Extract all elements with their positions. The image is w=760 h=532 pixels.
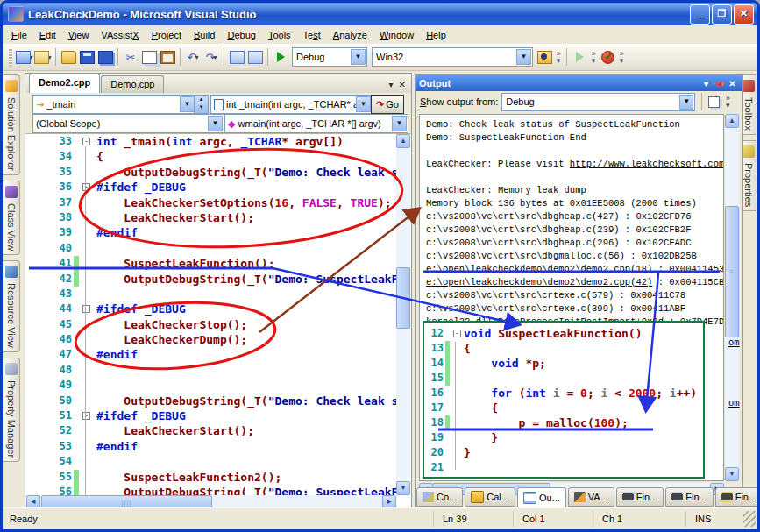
vassistx-icon[interactable] xyxy=(599,48,616,66)
toolbar-overflow-icon[interactable]: »▾ xyxy=(723,95,732,109)
navigate-forward-icon[interactable] xyxy=(246,48,264,66)
fold-margin[interactable]: - xyxy=(79,180,96,195)
chevron-down-icon[interactable]: ▼ xyxy=(180,96,195,112)
menu-debug[interactable]: Debug xyxy=(221,27,261,43)
close-button[interactable]: ✕ xyxy=(734,4,754,25)
editor-menu-icon[interactable]: ▾ xyxy=(389,80,394,89)
code-line[interactable]: 19 } xyxy=(424,430,703,445)
clear-output-icon[interactable] xyxy=(708,96,720,108)
menu-view[interactable]: View xyxy=(62,27,96,43)
tool-tab-fin[interactable]: Fin... xyxy=(665,487,713,507)
scroll-down-icon[interactable]: ▼ xyxy=(396,481,410,495)
save-all-icon[interactable] xyxy=(96,48,114,66)
code-line[interactable]: 56 OutputDebugString(_T("Demo: SuspectLe… xyxy=(26,485,396,495)
redo-icon[interactable]: ↷▾ xyxy=(202,48,220,66)
go-button[interactable]: ↷Go xyxy=(371,95,404,114)
title-bar[interactable]: LeakCheckDemo - Microsoft Visual Studio … xyxy=(3,3,757,25)
solution-platforms-combo[interactable]: Win32▼ xyxy=(372,47,533,67)
scope-combo[interactable]: (Global Scope) ▼ xyxy=(32,114,224,133)
scroll-up-icon[interactable]: ▲ xyxy=(725,114,739,128)
chevron-down-icon[interactable]: ▼ xyxy=(516,49,531,65)
code-line[interactable]: 43 xyxy=(26,287,396,301)
toolbar-overflow-icon[interactable]: »▾ xyxy=(589,50,598,64)
code-line[interactable]: 20} xyxy=(424,445,703,460)
output-link[interactable]: http://www.leakchecksoft.com xyxy=(570,159,724,169)
output-link[interactable]: e:\open\leakcheckdemo\demo2\demo2.cpp(42… xyxy=(426,277,652,287)
cut-icon[interactable]: ✂ xyxy=(122,48,139,66)
resize-grip[interactable] xyxy=(743,511,756,527)
code-line[interactable]: 39#endif xyxy=(26,225,396,240)
close-icon[interactable]: ✕ xyxy=(726,79,739,89)
fold-margin[interactable]: - xyxy=(79,134,96,149)
side-tab-property-manager[interactable]: Property Manager xyxy=(3,358,20,462)
code-line[interactable]: 46 LeakCheckerDump(); xyxy=(26,332,396,347)
find-in-files-icon[interactable] xyxy=(536,48,553,66)
output-source-combo[interactable]: Debug ▼ xyxy=(501,93,695,111)
chevron-down-icon[interactable]: ▼ xyxy=(679,95,693,110)
output-line[interactable]: e:\open\leakcheckdemo\demo2\demo2.cpp(18… xyxy=(426,263,723,276)
menu-file[interactable]: File xyxy=(5,27,33,43)
va-member-combo[interactable]: ◆ wmain(int argc, _TCHAR *[] argv) ▼ xyxy=(224,114,408,133)
code-line[interactable]: 45 LeakCheckerStop(); xyxy=(26,317,396,332)
tool-tab-fin[interactable]: Fin... xyxy=(715,487,760,507)
fold-margin[interactable]: - xyxy=(450,326,464,341)
undo-icon[interactable]: ↶▾ xyxy=(184,48,202,66)
new-project-icon[interactable]: ▾ xyxy=(16,48,33,66)
output-vscrollbar[interactable]: ▲ ▼ ≡ xyxy=(725,114,739,481)
output-title-bar[interactable]: Output ▾ 📌 ✕ xyxy=(416,75,742,91)
editor-vscroll-thumb[interactable] xyxy=(396,267,410,329)
auto-hide-pin-icon[interactable]: 📌 xyxy=(711,75,727,91)
side-tab-resource-view[interactable]: Resource View xyxy=(3,260,20,352)
code-line[interactable]: 17 { xyxy=(424,401,703,415)
code-line[interactable]: 34{ xyxy=(26,149,396,164)
start-debugging-icon[interactable] xyxy=(272,48,289,66)
toolbar-overflow-icon[interactable]: »▾ xyxy=(554,50,563,64)
output-line[interactable]: e:\open\leakcheckdemo\demo2\demo2.cpp(42… xyxy=(426,276,723,289)
editor-close-icon[interactable]: ✕ xyxy=(399,80,406,89)
code-line[interactable]: 37 LeakCheckerSetOptions(16, FALSE, TRUE… xyxy=(26,195,396,210)
code-line[interactable]: 13{ xyxy=(424,341,703,356)
code-line[interactable]: 50 OutputDebugString(_T("Demo: Check lea… xyxy=(26,394,396,408)
code-line[interactable]: 42 OutputDebugString(_T("Demo: SuspectLe… xyxy=(26,272,396,287)
output-vscroll-thumb[interactable]: ≡ xyxy=(725,206,739,337)
menu-analyze[interactable]: Analyze xyxy=(327,27,373,43)
navigate-backward-icon[interactable] xyxy=(228,48,245,66)
code-line[interactable]: 41 SuspectLeakFunction(); xyxy=(26,256,396,271)
menu-test[interactable]: Test xyxy=(297,27,327,43)
code-line[interactable]: 33-int _tmain(int argc, _TCHAR* argv[]) xyxy=(26,134,396,149)
code-line[interactable]: 14 void *p; xyxy=(424,356,703,371)
output-link[interactable]: e:\open\leakcheckdemo\demo2\demo2.cpp(18… xyxy=(426,264,652,274)
menu-vassistx[interactable]: VAssistX xyxy=(95,27,145,43)
chevron-down-icon[interactable]: ▼ xyxy=(356,96,371,112)
tool-tab-co[interactable]: Co... xyxy=(416,487,463,507)
code-line[interactable]: 15 xyxy=(424,371,703,386)
menu-help[interactable]: Help xyxy=(420,27,452,43)
code-line[interactable]: 12-void SuspectLeakFunction() xyxy=(424,326,703,341)
code-line[interactable]: 52 LeakCheckerStart(); xyxy=(26,423,396,438)
va-run-icon[interactable] xyxy=(571,48,588,66)
code-line[interactable]: 53#endif xyxy=(26,439,396,454)
code-line[interactable]: 44-#ifdef _DEBUG xyxy=(26,301,396,316)
side-tab-class-view[interactable]: Class View xyxy=(3,181,20,255)
add-item-icon[interactable]: ▾ xyxy=(34,48,52,66)
minimize-button[interactable]: _ xyxy=(690,4,710,25)
code-line[interactable]: 54 xyxy=(26,454,396,469)
code-line[interactable]: 48 xyxy=(26,363,396,378)
scroll-down-icon[interactable]: ▼ xyxy=(725,467,739,481)
copy-icon[interactable] xyxy=(140,48,158,66)
code-line[interactable]: 47#endif xyxy=(26,347,396,362)
fold-margin[interactable]: - xyxy=(79,408,96,423)
code-line[interactable]: 18 p = malloc(100); xyxy=(424,415,703,430)
code-line[interactable]: 35 OutputDebugString(_T("Demo: Check lea… xyxy=(26,165,396,180)
code-line[interactable]: 40 xyxy=(26,241,396,256)
tool-tab-cal[interactable]: Cal... xyxy=(465,487,515,507)
tool-tab-va[interactable]: VA... xyxy=(568,487,614,507)
open-file-icon[interactable] xyxy=(60,48,77,66)
menu-edit[interactable]: Edit xyxy=(33,27,62,43)
code-area[interactable]: 33-int _tmain(int argc, _TCHAR* argv[])3… xyxy=(26,134,396,495)
tab-demo-cpp[interactable]: Demo.cpp xyxy=(101,75,164,93)
menu-tools[interactable]: Tools xyxy=(262,27,297,43)
paste-icon[interactable] xyxy=(159,48,176,66)
save-icon[interactable] xyxy=(78,48,96,66)
output-line[interactable]: LeakChecker: Please visit http://www.lea… xyxy=(426,158,723,171)
